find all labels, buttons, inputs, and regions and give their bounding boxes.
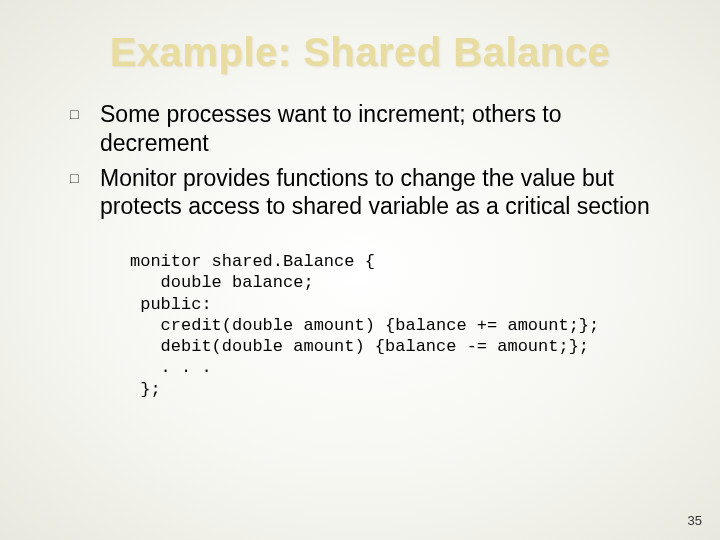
page-number: 35 bbox=[688, 513, 702, 528]
slide: Example: Shared Balance □ Some processes… bbox=[0, 0, 720, 540]
bullet-list: □ Some processes want to increment; othe… bbox=[70, 100, 650, 221]
slide-title: Example: Shared Balance bbox=[50, 30, 670, 75]
bullet-marker-icon: □ bbox=[70, 164, 100, 192]
code-block: monitor shared.Balance { double balance;… bbox=[130, 251, 630, 400]
bullet-item: □ Some processes want to increment; othe… bbox=[70, 100, 650, 158]
bullet-marker-icon: □ bbox=[70, 100, 100, 128]
bullet-text: Some processes want to increment; others… bbox=[100, 100, 650, 158]
bullet-text: Monitor provides functions to change the… bbox=[100, 164, 650, 222]
bullet-item: □ Monitor provides functions to change t… bbox=[70, 164, 650, 222]
